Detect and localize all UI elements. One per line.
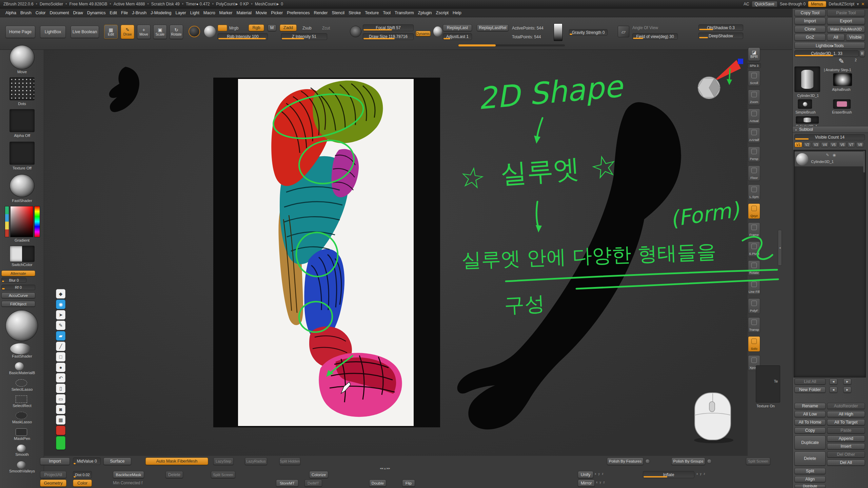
alternate-button[interactable]: Alternate [1,270,35,276]
lazystep-button[interactable]: LazyStep [213,458,234,465]
anatomy-tool-label[interactable]: | Anatomy Step-1 [824,68,851,72]
split-hidden-button[interactable]: Split Hidden [279,458,300,465]
menu-light[interactable]: Light [188,9,201,16]
subtool-header[interactable]: ▸Subtool [793,126,868,133]
all-high-button[interactable]: All High [827,411,865,417]
inflate-xyz[interactable]: x y z [696,472,706,475]
fov-slider[interactable]: Field of view(deg) 30 [632,33,678,40]
folder-next-button[interactable]: ► [843,387,851,393]
append-button[interactable]: Append [827,435,865,442]
menu-zscript[interactable]: Zscript [434,9,451,16]
polish-by-groups-button[interactable]: Polish By Groups [671,458,705,465]
subtool-scrollbar[interactable] [863,151,865,172]
subtool-tab-v1[interactable]: V1 [794,142,802,147]
pen-icon[interactable]: ✎ [56,321,65,330]
menu-picker[interactable]: Picker [269,9,285,16]
lsym-button[interactable]: L.Sym [748,184,760,200]
subtool-next-button[interactable]: ► [843,379,851,385]
actual-button[interactable]: Actual [748,108,760,124]
canvas-viewport[interactable] [44,50,748,456]
align-button[interactable]: Align [794,476,826,482]
quicksave-button[interactable]: QuickSave [752,1,777,7]
split-screen-button[interactable]: Split Screen [746,458,770,465]
perspective-icon[interactable]: ▱ [618,26,629,37]
gravity-strength-slider[interactable]: Gravity Strength 0 [569,29,608,36]
menu-macro[interactable]: Macro [201,9,217,16]
copy-tool-button[interactable]: Copy Tool [794,9,826,16]
frame-button[interactable]: Frame [748,222,760,238]
subtool-tab-v5[interactable]: V5 [830,142,837,147]
tool-import-button[interactable]: Import [794,18,826,24]
del-all-button[interactable]: Del All [827,460,865,466]
fillobject-button[interactable]: FillObject [1,301,35,307]
double-button[interactable]: Double [369,480,386,487]
delmt-button[interactable]: DelMT [304,480,322,487]
draw-button[interactable]: ✎Draw [121,25,134,39]
see-through-slider[interactable]: See-through 0 [780,2,806,6]
menu-jbrush[interactable]: J-Brush [130,9,149,16]
simplebrush-thumb[interactable] [798,99,812,109]
make-polymesh3d-button[interactable]: Make PolyMesh3D [827,26,865,33]
menu-file[interactable]: File [119,9,130,16]
menu-jmodeling[interactable]: J-Modeling [149,9,173,16]
paste-tool-button[interactable]: Paste Tool [827,9,865,16]
menu-movie[interactable]: Movie [254,9,269,16]
polish-by-features-button[interactable]: Polish By Features [607,458,644,465]
rename-button[interactable]: Rename [794,403,826,409]
adjust-last-slider[interactable]: AdjustLast 1 [443,33,472,40]
subtool-paste-button[interactable]: Paste [827,427,865,433]
zadd-button[interactable]: Zadd [280,24,297,31]
polish-features-toggle[interactable] [645,459,650,464]
focal-preview[interactable] [350,26,361,37]
geometry-button[interactable]: Geometry [40,480,66,487]
dist-slider[interactable]: Dist 0.02 [73,471,92,478]
aahalf-button[interactable]: AAHalf [748,127,760,143]
blur-slider[interactable]: Blur 0 [1,278,26,283]
material-nav-sphere[interactable] [204,26,216,37]
tool-name-slider[interactable]: Cylinder3D_1. 33 [794,50,859,57]
subtool-item-row[interactable]: Cylinder3D_1 ✎ ◉ [794,151,864,167]
alphabrush-thumb[interactable] [833,73,852,86]
color-red-swatch[interactable] [56,426,65,435]
mrgb-label[interactable]: Mrgb [229,26,238,30]
subtool-tab-v3[interactable]: V3 [812,142,820,147]
subtool-tab-v8[interactable]: V8 [856,142,864,147]
trash-icon[interactable]: ▯ [56,384,65,393]
delete-button[interactable]: Delete [794,451,826,466]
dot-icon[interactable]: ● [56,363,65,372]
replay-last-button[interactable]: ReplayLast [443,24,472,31]
solo-button[interactable]: Solo [748,336,760,352]
gravity-alpha-thumb[interactable] [554,23,563,41]
menu-render[interactable]: Render [312,9,330,16]
linefill-button[interactable]: Line Fill [748,279,760,295]
rgb-button[interactable]: Rgb [249,24,264,31]
goz-all-button[interactable]: All [827,34,845,41]
dots-stroke-thumb[interactable] [9,77,35,100]
screen-icon[interactable]: ▭ [56,394,65,404]
line-icon[interactable]: ╱ [56,342,65,351]
color-swatch-column[interactable] [5,206,9,237]
insert-button[interactable]: Insert [827,443,865,449]
m-button[interactable]: M [268,24,276,31]
menu-help[interactable]: Help [451,9,463,16]
subtool-tab-v4[interactable]: V4 [821,142,829,147]
clone-button[interactable]: Clone [794,26,826,33]
eraserbrush-thumb[interactable] [833,99,851,109]
deep-shadow-slider[interactable]: DeepShadow [698,33,743,39]
smoothvalleys-icon[interactable] [17,461,26,469]
subtool-item-thumb[interactable] [796,153,808,165]
persp-button[interactable]: Persp [748,146,760,162]
highlighter-icon[interactable]: ▰ [56,331,65,341]
menu-brush[interactable]: Brush [18,9,34,16]
spix-slider[interactable]: SPix 3 [747,63,761,68]
zsub-button[interactable]: Zsub [302,26,312,30]
bpr-button[interactable]: ◪BPR [748,47,760,61]
menu-marker[interactable]: Marker [217,9,235,16]
masklasso-icon[interactable] [16,412,27,419]
menu-stroke[interactable]: Stroke [347,9,363,16]
scroll-button[interactable]: Scroll [748,70,760,86]
eye-icon[interactable]: ◉ [56,300,65,309]
tray-divider-handle[interactable]: ◄ [778,230,782,266]
subtool-tab-v6[interactable]: V6 [839,142,846,147]
maskpen-icon[interactable] [16,428,27,436]
